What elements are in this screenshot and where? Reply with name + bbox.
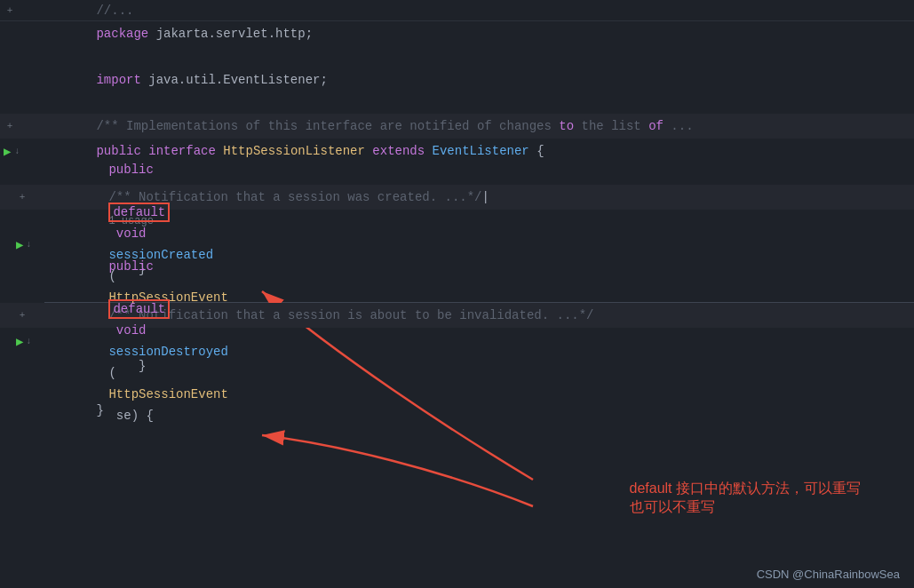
gutter-javadoc3: +	[12, 309, 57, 322]
fold-icon[interactable]: +	[4, 4, 16, 17]
line-close3: }	[0, 399, 914, 422]
fold-icon-javadoc1[interactable]: +	[4, 120, 16, 132]
gutter-javadoc2: +	[12, 191, 57, 203]
annotation-line1: default 接口中的默认方法，可以重写	[630, 480, 861, 498]
gutter-javadoc1: +	[0, 120, 44, 132]
line-close2: }	[0, 354, 914, 377]
annotation-line2: 也可以不重写	[630, 498, 861, 517]
watermark: CSDN @ChinaRainbowSea	[757, 568, 900, 581]
gutter-interface: ▶ ↓	[0, 144, 44, 159]
gutter-ellipsis: +	[0, 4, 44, 17]
fold-icon-javadoc3[interactable]: +	[16, 309, 28, 322]
line-package: package jakarta.servlet.http;	[0, 21, 914, 46]
line-import: import java.util.EventListener;	[0, 68, 914, 92]
gutter-session-created: ▶ ↓	[12, 237, 57, 252]
annotation-text: default 接口中的默认方法，可以重写 也可以不重写	[630, 480, 861, 517]
code-close3: }	[44, 378, 914, 442]
default-keyword-destroyed: default	[108, 299, 170, 319]
code-editor: + //... package jakarta.servlet.http; im…	[0, 0, 914, 588]
fold-icon-javadoc2[interactable]: +	[16, 191, 28, 203]
gutter-session-destroyed: ▶ ↓	[12, 334, 57, 349]
default-keyword-created: default	[108, 203, 170, 222]
